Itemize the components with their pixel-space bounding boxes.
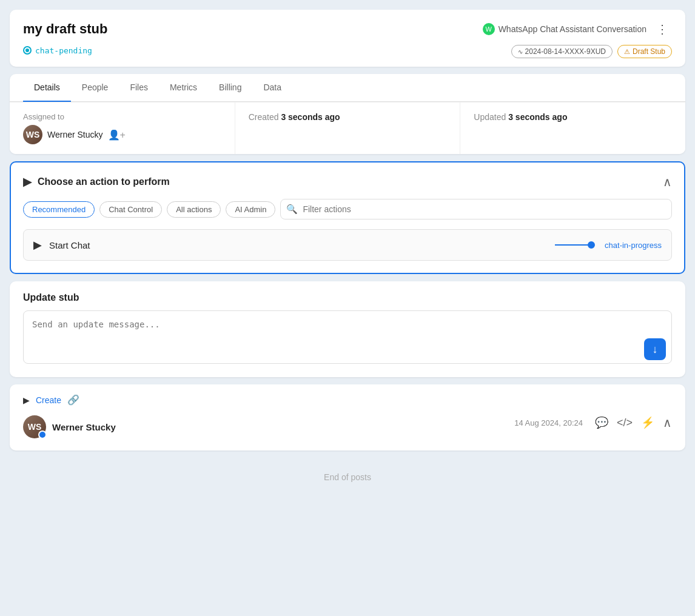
tab-details[interactable]: Details xyxy=(23,74,71,102)
updated-cell: Updated 3 seconds ago xyxy=(460,102,685,154)
filter-tab-recommended[interactable]: Recommended xyxy=(23,201,95,218)
action-header: ▶ Choose an action to perform ∧ xyxy=(23,175,672,189)
created-label: Created xyxy=(249,112,279,122)
post-right: 14 Aug 2024, 20:24 💬 </> ⚡ ∧ xyxy=(514,415,672,430)
updated-value: 3 seconds ago xyxy=(508,112,567,122)
expand-post-icon[interactable]: ∧ xyxy=(663,415,672,430)
action-panel: ▶ Choose an action to perform ∧ Recommen… xyxy=(10,161,685,274)
create-link[interactable]: Create xyxy=(36,395,61,405)
more-options-icon[interactable]: ⋮ xyxy=(653,21,672,38)
header-card: my draft stub W WhatsApp Chat Assistant … xyxy=(10,10,685,67)
update-stub-card: Update stub ↓ xyxy=(10,281,685,377)
action-item-right: chat-in-progress xyxy=(555,241,662,250)
action-item-left: ▶ Start Chat xyxy=(33,238,90,252)
update-message-input[interactable] xyxy=(23,310,672,364)
status-label: chat-pending xyxy=(35,46,92,55)
comment-icon[interactable]: 💬 xyxy=(595,416,608,429)
code-icon[interactable]: </> xyxy=(617,417,633,429)
status-pending: chat-pending xyxy=(23,46,92,55)
tabs-info-card: Details People Files Metrics Billing Dat… xyxy=(10,74,685,154)
collapse-icon[interactable]: ∧ xyxy=(663,175,672,189)
tabs-row: Details People Files Metrics Billing Dat… xyxy=(10,74,685,102)
post-row: WS Werner Stucky 14 Aug 2024, 20:24 💬 </… xyxy=(23,415,672,438)
whatsapp-icon: W xyxy=(483,23,495,35)
post-user-name: Werner Stucky xyxy=(52,422,116,432)
assigned-name: Werner Stucky xyxy=(47,130,103,139)
post-actions-row: 💬 </> ⚡ ∧ xyxy=(595,415,672,430)
tab-billing[interactable]: Billing xyxy=(208,74,252,102)
filter-search: 🔍 xyxy=(280,199,672,219)
action-title: ▶ Choose an action to perform xyxy=(23,175,170,189)
tab-data[interactable]: Data xyxy=(252,74,292,102)
post-user-info: Werner Stucky xyxy=(52,422,116,432)
draft-title: my draft stub xyxy=(23,21,107,37)
assign-person-icon[interactable]: 👤+ xyxy=(108,129,126,141)
tab-metrics[interactable]: Metrics xyxy=(159,74,208,102)
filter-actions-input[interactable] xyxy=(280,199,672,219)
avatar: WS xyxy=(23,125,42,144)
created-value: 3 seconds ago xyxy=(281,112,340,122)
start-chat-icon: ▶ xyxy=(33,238,42,252)
post-action-icon: ▶ xyxy=(23,395,30,405)
assigned-label: Assigned to xyxy=(23,112,221,121)
updated-label: Updated xyxy=(474,112,506,122)
draft-badge[interactable]: ⚠ Draft Stub xyxy=(617,45,672,58)
header-right: W WhatsApp Chat Assistant Conversation ⋮ xyxy=(483,21,672,38)
status-dot-icon xyxy=(23,46,32,55)
action-panel-icon: ▶ xyxy=(23,175,32,189)
filter-tabs: Recommended Chat Control All actions AI … xyxy=(23,199,672,219)
tab-files[interactable]: Files xyxy=(119,74,159,102)
post-avatar: WS xyxy=(23,415,46,438)
progress-dot-icon xyxy=(588,241,595,249)
progress-line xyxy=(555,244,591,246)
search-icon: 🔍 xyxy=(286,204,298,215)
filter-tab-chat-control[interactable]: Chat Control xyxy=(99,201,162,218)
send-button[interactable]: ↓ xyxy=(644,338,666,360)
lightning-icon[interactable]: ⚡ xyxy=(641,416,654,429)
filter-tab-all-actions[interactable]: All actions xyxy=(167,201,221,218)
update-textarea-wrap: ↓ xyxy=(23,310,672,366)
filter-tab-ai-admin[interactable]: AI Admin xyxy=(226,201,275,218)
action-status-label: chat-in-progress xyxy=(605,241,662,250)
created-cell: Created 3 seconds ago xyxy=(235,102,461,154)
badges-row: ∿ 2024-08-14-XXXX-9XUD ⚠ Draft Stub xyxy=(511,45,672,58)
info-row: Assigned to WS Werner Stucky 👤+ Created … xyxy=(10,102,685,154)
action-item-start-chat[interactable]: ▶ Start Chat chat-in-progress xyxy=(23,229,672,261)
end-posts: End of posts xyxy=(10,458,685,497)
action-panel-title: Choose an action to perform xyxy=(38,176,170,187)
version-badge[interactable]: ∿ 2024-08-14-XXXX-9XUD xyxy=(511,45,613,58)
post-top-bar: ▶ Create 🔗 xyxy=(23,394,672,406)
post-card: ▶ Create 🔗 WS Werner Stucky 14 Aug 2024,… xyxy=(10,384,685,450)
start-chat-label: Start Chat xyxy=(49,240,90,250)
whatsapp-label: WhatsApp Chat Assistant Conversation xyxy=(499,24,646,34)
whatsapp-badge: W WhatsApp Chat Assistant Conversation xyxy=(483,23,646,35)
post-user: WS Werner Stucky xyxy=(23,415,116,438)
link-icon[interactable]: 🔗 xyxy=(67,394,79,406)
tab-people[interactable]: People xyxy=(71,74,119,102)
update-stub-title: Update stub xyxy=(23,292,672,303)
post-timestamp: 14 Aug 2024, 20:24 xyxy=(514,418,583,427)
assigned-cell: Assigned to WS Werner Stucky 👤+ xyxy=(10,102,235,154)
